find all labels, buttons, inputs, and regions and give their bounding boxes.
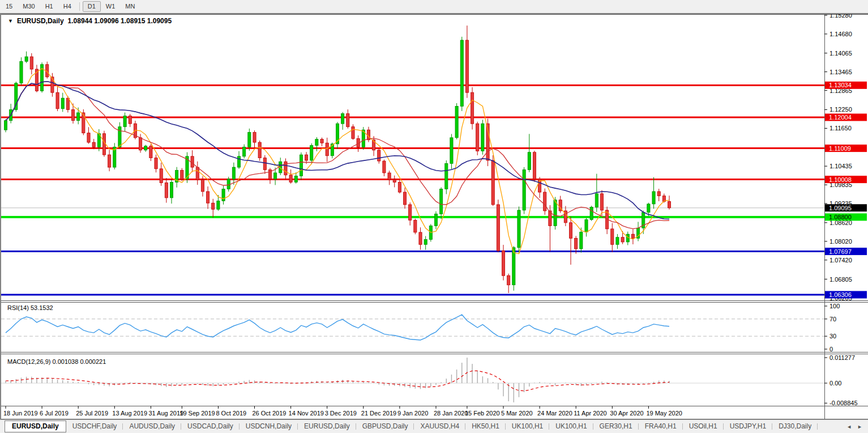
svg-text:30: 30 xyxy=(829,333,836,339)
svg-text:1.14065: 1.14065 xyxy=(829,50,852,57)
svg-text:1.06805: 1.06805 xyxy=(829,276,852,283)
svg-text:3 Dec 2019: 3 Dec 2019 xyxy=(325,410,357,417)
svg-text:1.11650: 1.11650 xyxy=(829,125,852,131)
chart-window: 1.152801.146801.140651.134651.128651.122… xyxy=(0,13,868,420)
svg-text:1.12250: 1.12250 xyxy=(829,106,852,113)
svg-text:1.07420: 1.07420 xyxy=(829,257,852,264)
toolbar-separator xyxy=(79,2,80,11)
timeframe-button-mn[interactable]: MN xyxy=(120,1,140,12)
svg-text:19 May 2020: 19 May 2020 xyxy=(646,410,682,417)
svg-text:1.10435: 1.10435 xyxy=(829,163,852,169)
chart-tab-usdjpy-h1[interactable]: USDJPY,H1 xyxy=(724,421,772,432)
chart-tab-uk100-h1[interactable]: UK100,H1 xyxy=(506,421,549,432)
svg-text:9 Jan 2020: 9 Jan 2020 xyxy=(397,410,428,417)
svg-text:1.07697: 1.07697 xyxy=(829,248,852,255)
timeframe-button-w1[interactable]: W1 xyxy=(101,1,121,12)
svg-text:1.15280: 1.15280 xyxy=(829,14,852,19)
rsi-indicator-label: RSI(14) 53.1532 xyxy=(7,304,53,311)
chart-tab-ger30-h1[interactable]: GER30,H1 xyxy=(593,421,639,432)
chart-tab-usdcnh-daily[interactable]: USDCNH,Daily xyxy=(240,421,298,432)
chart-collapse-icon[interactable]: ▼ xyxy=(8,18,13,24)
svg-text:-0.008845: -0.008845 xyxy=(829,400,858,406)
chart-symbol-label: EURUSD,Daily xyxy=(17,17,64,25)
chart-ohlc-values: 1.08944 1.09096 1.08915 1.09095 xyxy=(68,17,172,25)
chart-tab-eurusd-daily[interactable]: EURUSD,Daily xyxy=(298,421,356,432)
svg-text:1.13465: 1.13465 xyxy=(829,69,852,75)
tab-scroll-right-button[interactable]: ► xyxy=(857,424,862,430)
timeframe-button-15[interactable]: 15 xyxy=(1,1,18,12)
chart-tab-eurusd-daily[interactable]: EURUSD,Daily xyxy=(5,421,66,432)
svg-text:6 Jul 2019: 6 Jul 2019 xyxy=(40,410,69,417)
pane-splitter-rsi[interactable] xyxy=(0,300,868,303)
chart-tab-bar: EURUSD,DailyUSDCHF,DailyAUDUSD,DailyUSDC… xyxy=(0,419,868,433)
timeframe-button-h1[interactable]: H1 xyxy=(40,1,58,12)
chart-tab-fra40-h1[interactable]: FRA40,H1 xyxy=(639,421,683,432)
svg-text:24 Mar 2020: 24 Mar 2020 xyxy=(537,410,572,417)
timeframe-button-d1[interactable]: D1 xyxy=(83,1,101,12)
svg-text:0.00: 0.00 xyxy=(829,380,841,387)
svg-text:8 Oct 2019: 8 Oct 2019 xyxy=(216,410,246,417)
svg-text:14 Nov 2019: 14 Nov 2019 xyxy=(289,410,324,417)
svg-text:1.08800: 1.08800 xyxy=(829,214,852,220)
chart-canvas[interactable]: 1.152801.146801.140651.134651.128651.122… xyxy=(1,14,868,420)
chart-tab-hk50-h1[interactable]: HK50,H1 xyxy=(465,421,506,432)
chart-tab-xauusd-h4[interactable]: XAUUSD,H4 xyxy=(414,421,465,432)
svg-text:1.09095: 1.09095 xyxy=(829,205,852,211)
svg-text:1.13034: 1.13034 xyxy=(829,82,852,88)
chart-tab-dj30-daily[interactable]: DJ30,Daily xyxy=(772,421,818,432)
svg-text:1.06306: 1.06306 xyxy=(829,291,852,298)
svg-text:25 Jul 2019: 25 Jul 2019 xyxy=(76,410,108,417)
macd-indicator-label: MACD(12,26,9) 0.001038 0.000221 xyxy=(7,358,106,365)
svg-text:18 Jun 2019: 18 Jun 2019 xyxy=(3,410,38,417)
svg-text:30 Apr 2020: 30 Apr 2020 xyxy=(610,410,643,417)
chart-title: ▼ EURUSD,Daily 1.08944 1.09096 1.08915 1… xyxy=(8,17,172,25)
chart-tab-gbpusd-daily[interactable]: GBPUSD,Daily xyxy=(356,421,414,432)
svg-text:13 Aug 2019: 13 Aug 2019 xyxy=(112,410,147,417)
timeframe-button-m30[interactable]: M30 xyxy=(18,1,40,12)
svg-text:1.11009: 1.11009 xyxy=(829,145,851,152)
chart-tab-usdcad-daily[interactable]: USDCAD,Daily xyxy=(181,421,240,432)
svg-text:1.10008: 1.10008 xyxy=(829,176,852,183)
svg-text:26 Oct 2019: 26 Oct 2019 xyxy=(253,410,287,417)
chart-tab-uk100-h1[interactable]: UK100,H1 xyxy=(549,421,593,432)
tab-scroll-arrows: ◄► xyxy=(846,424,868,430)
svg-text:0.011277: 0.011277 xyxy=(829,354,855,361)
timeframe-toolbar: 15M30H1H4D1W1MN xyxy=(0,0,868,13)
svg-text:1.14680: 1.14680 xyxy=(829,31,852,37)
svg-text:11 Apr 2020: 11 Apr 2020 xyxy=(574,410,607,417)
svg-text:5 Mar 2020: 5 Mar 2020 xyxy=(501,410,533,417)
chart-tab-audusd-daily[interactable]: AUDUSD,Daily xyxy=(123,421,181,432)
svg-text:21 Dec 2019: 21 Dec 2019 xyxy=(361,410,396,417)
chart-tab-usoil-h1[interactable]: USOil,H1 xyxy=(683,421,724,432)
pane-splitter-macd[interactable] xyxy=(0,352,868,355)
svg-text:15 Feb 2020: 15 Feb 2020 xyxy=(465,410,500,417)
chart-tab-usdchf-daily[interactable]: USDCHF,Daily xyxy=(66,421,123,432)
svg-text:19 Sep 2019: 19 Sep 2019 xyxy=(179,410,215,417)
svg-text:31 Aug 2019: 31 Aug 2019 xyxy=(148,410,183,417)
timeframe-button-h4[interactable]: H4 xyxy=(58,1,76,12)
svg-text:100: 100 xyxy=(829,303,840,309)
svg-text:28 Jan 2020: 28 Jan 2020 xyxy=(434,410,468,417)
svg-text:1.12004: 1.12004 xyxy=(829,114,852,121)
svg-text:1.08020: 1.08020 xyxy=(829,238,852,245)
tab-scroll-left-button[interactable]: ◄ xyxy=(846,424,852,430)
svg-text:70: 70 xyxy=(829,316,836,322)
